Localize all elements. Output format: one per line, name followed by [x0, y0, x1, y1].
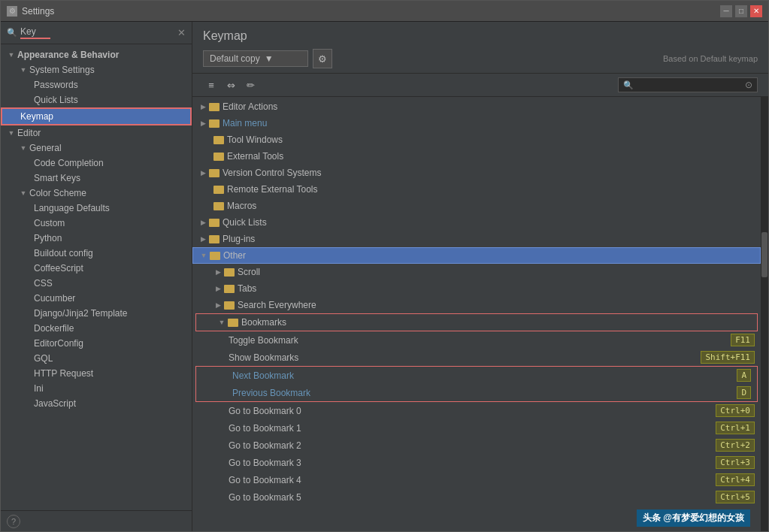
- sidebar-item-editorconfig[interactable]: EditorConfig: [1, 336, 192, 351]
- sidebar-item-label: Dockerfile: [34, 323, 74, 334]
- collapse-all-button[interactable]: ⇔: [223, 77, 239, 93]
- shortcut-badge: A: [737, 369, 751, 382]
- keymap-item-label: Go to Bookmark 4: [229, 475, 716, 485]
- sidebar-item-label: Python: [34, 233, 62, 243]
- sidebar-item-smart-keys[interactable]: Smart Keys: [1, 171, 192, 186]
- sidebar-item-label: Cucumber: [34, 293, 75, 304]
- keymap-item-goto-bookmark-1[interactable]: Go to Bookmark 1 Ctrl+1: [192, 419, 761, 437]
- keymap-item-other[interactable]: ▼ Other: [192, 247, 761, 264]
- sidebar-item-passwords[interactable]: Passwords: [1, 77, 192, 92]
- sidebar-item-system-settings[interactable]: ▼ System Settings: [1, 62, 192, 77]
- sidebar-item-coffeescript[interactable]: CoffeeScript: [1, 261, 192, 276]
- keymap-item-toggle-bookmark[interactable]: Toggle Bookmark F11: [192, 331, 761, 349]
- keymap-item-label: Quick Lists: [223, 217, 755, 228]
- arrow-icon: ▶: [213, 301, 223, 309]
- keymap-item-main-menu[interactable]: ▶ Main menu: [192, 115, 761, 131]
- window-icon: ⚙: [7, 6, 17, 17]
- edit-button[interactable]: ✏: [242, 77, 259, 93]
- search-input[interactable]: [20, 26, 177, 37]
- sidebar-item-language-defaults[interactable]: Language Defaults: [1, 201, 192, 216]
- sidebar-item-appearance[interactable]: ▼ Appearance & Behavior: [1, 47, 192, 62]
- dropdown-arrow-icon: ▼: [265, 53, 274, 64]
- keymap-item-label: Go to Bookmark 2: [229, 440, 716, 451]
- search-bar: 🔍 ✕: [1, 22, 192, 44]
- keymap-item-label: Scroll: [238, 267, 755, 277]
- keymap-item-goto-bookmark-0[interactable]: Go to Bookmark 0 Ctrl+0: [192, 402, 761, 419]
- scheme-settings-button[interactable]: ⚙: [313, 49, 332, 68]
- keymap-item-tabs[interactable]: ▶ Tabs: [192, 280, 761, 297]
- keymap-item-goto-bookmark-5[interactable]: Go to Bookmark 5 Ctrl+5: [192, 488, 761, 506]
- keymap-item-label: Go to Bookmark 3: [229, 458, 716, 468]
- folder-icon: [209, 235, 219, 243]
- keymap-item-version-control[interactable]: ▶ Version Control Systems: [192, 165, 761, 181]
- sidebar-item-buildout[interactable]: Buildout config: [1, 246, 192, 261]
- keymap-item-scroll[interactable]: ▶ Scroll: [192, 264, 761, 280]
- sidebar-item-label: GQL: [34, 353, 53, 364]
- keymap-item-quick-lists[interactable]: ▶ Quick Lists: [192, 214, 761, 231]
- sidebar-item-keymap[interactable]: Keymap: [1, 107, 192, 125]
- sidebar-item-label: Passwords: [34, 80, 78, 90]
- help-button[interactable]: ?: [7, 515, 20, 528]
- keymap-item-goto-bookmark-4[interactable]: Go to Bookmark 4 Ctrl+4: [192, 471, 761, 488]
- keymap-item-goto-bookmark-3[interactable]: Go to Bookmark 3 Ctrl+3: [192, 454, 761, 471]
- keymap-item-goto-bookmark-2[interactable]: Go to Bookmark 2 Ctrl+2: [192, 437, 761, 454]
- sidebar-item-custom[interactable]: Custom: [1, 216, 192, 231]
- sidebar-item-cucumber[interactable]: Cucumber: [1, 291, 192, 306]
- shortcut-badge: D: [737, 386, 751, 399]
- keymap-item-remote-external[interactable]: Remote External Tools: [192, 181, 761, 198]
- minimize-button[interactable]: ─: [720, 5, 732, 17]
- keymap-item-label: Version Control Systems: [223, 168, 755, 178]
- keymap-item-label: Main menu: [223, 118, 755, 128]
- expand-all-button[interactable]: ≡: [203, 77, 219, 93]
- arrow-icon: ▼: [199, 252, 208, 259]
- sidebar-item-color-scheme[interactable]: ▼ Color Scheme: [1, 186, 192, 201]
- sidebar-item-javascript[interactable]: JavaScript: [1, 396, 192, 411]
- keymap-item-tool-windows[interactable]: Tool Windows: [192, 131, 761, 148]
- sidebar-item-python[interactable]: Python: [1, 231, 192, 246]
- keymap-toolbar: Default copy ▼ ⚙ Based on Default keymap: [203, 49, 758, 68]
- sidebar-item-css[interactable]: CSS: [1, 276, 192, 291]
- scheme-dropdown[interactable]: Default copy ▼: [203, 50, 308, 67]
- sidebar-item-dockerfile[interactable]: Dockerfile: [1, 321, 192, 336]
- keymap-item-show-bookmarks[interactable]: Show Bookmarks Shift+F11: [192, 349, 761, 366]
- search-icon: 🔍: [7, 28, 17, 38]
- window-title: Settings: [22, 6, 720, 17]
- sidebar-item-ini[interactable]: Ini: [1, 381, 192, 396]
- keymap-item-search-everywhere[interactable]: ▶ Search Everywhere: [192, 297, 761, 313]
- keymap-item-previous-bookmark[interactable]: Previous Bookmark D: [196, 384, 757, 401]
- sidebar-item-quick-lists[interactable]: Quick Lists: [1, 92, 192, 107]
- keymap-item-macros[interactable]: Macros: [192, 198, 761, 214]
- sidebar-item-editor[interactable]: ▼ Editor: [1, 125, 192, 141]
- sidebar-item-http-request[interactable]: HTTP Request: [1, 366, 192, 381]
- window-controls: ─ □ ✕: [720, 5, 762, 17]
- folder-icon: [210, 252, 220, 260]
- left-panel: 🔍 ✕ ▼ Appearance & Behavior ▼ System Set…: [1, 22, 192, 531]
- folder-icon: [224, 301, 235, 310]
- keymap-title: Keymap: [203, 29, 758, 43]
- keymap-search-input[interactable]: [637, 80, 742, 90]
- clear-search-button[interactable]: ✕: [177, 27, 186, 38]
- sidebar-item-code-completion[interactable]: Code Completion: [1, 156, 192, 171]
- keymap-item-label: Bookmarks: [241, 317, 751, 328]
- keymap-item-label: Tool Windows: [227, 135, 755, 145]
- shortcut-badge: Shift+F11: [701, 351, 755, 364]
- keymap-item-label: Editor Actions: [223, 101, 755, 112]
- sidebar-item-label: Keymap: [20, 111, 53, 122]
- keymap-item-editor-actions[interactable]: ▶ Editor Actions: [192, 98, 761, 115]
- close-button[interactable]: ✕: [750, 5, 762, 17]
- sidebar-item-gql[interactable]: GQL: [1, 351, 192, 366]
- keymap-item-bookmarks[interactable]: ▼ Bookmarks: [196, 314, 757, 331]
- sidebar-item-label: CoffeeScript: [34, 263, 83, 274]
- maximize-button[interactable]: □: [735, 5, 747, 17]
- shortcut-badge: F11: [731, 334, 755, 346]
- scrollbar[interactable]: [761, 97, 768, 531]
- keymap-item-external-tools[interactable]: External Tools: [192, 148, 761, 165]
- sidebar-item-django[interactable]: Django/Jinja2 Template: [1, 306, 192, 321]
- folder-icon: [209, 169, 219, 177]
- keymap-item-next-bookmark[interactable]: Next Bookmark A: [196, 367, 757, 384]
- keymap-item-plugins[interactable]: ▶ Plug-ins: [192, 231, 761, 247]
- sidebar-item-general[interactable]: ▼ General: [1, 141, 192, 156]
- shortcut-badge: Ctrl+3: [716, 456, 755, 469]
- sidebar-item-label: Appearance & Behavior: [17, 50, 119, 60]
- scrollbar-thumb[interactable]: [761, 232, 767, 277]
